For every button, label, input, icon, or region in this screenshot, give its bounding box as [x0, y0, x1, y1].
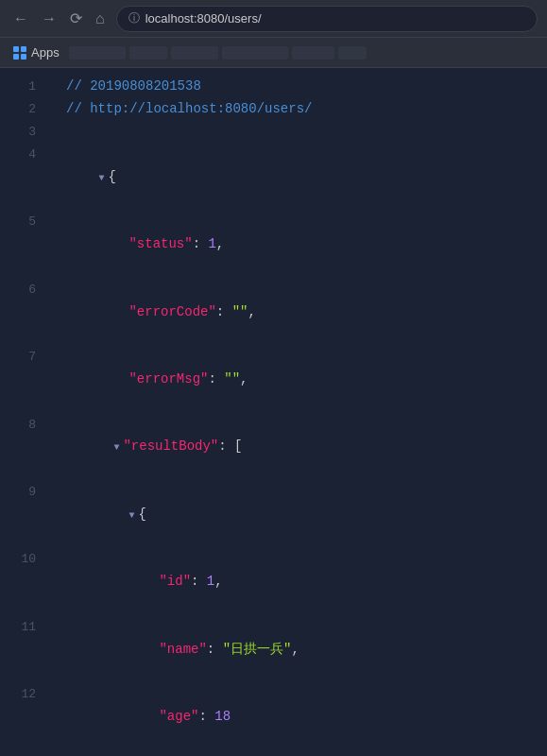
collapse-8[interactable]: ▼ — [113, 442, 119, 453]
line-2: 2 // http://localhost:8080/users/ — [0, 98, 547, 121]
line-content-2: // http://localhost:8080/users/ — [51, 98, 541, 121]
line-content-13: }, — [51, 751, 541, 756]
bookmark-3 — [171, 46, 218, 60]
line-content-4: ▼{ — [51, 144, 541, 211]
line-1: 1 // 20190808201538 — [0, 76, 547, 98]
apps-grid-icon — [13, 46, 26, 60]
line-6: 6 "errorCode": "", — [0, 279, 547, 346]
line-content-3 — [51, 121, 541, 144]
line-11: 11 "name": "日拱一兵", — [0, 616, 547, 683]
line-content-11: "name": "日拱一兵", — [51, 616, 541, 683]
line-content-8: ▼"resultBody": [ — [51, 414, 541, 481]
line-content-1: // 20190808201538 — [51, 76, 541, 98]
line-number-13: 13 — [6, 752, 36, 756]
home-button[interactable]: ⌂ — [92, 9, 109, 29]
url-text: localhost:8080/users/ — [145, 11, 262, 26]
line-7: 7 "errorMsg": "", — [0, 346, 547, 413]
bookmark-5 — [292, 46, 334, 60]
line-10: 10 "id": 1, — [0, 548, 547, 615]
line-13: 13 }, — [0, 751, 547, 756]
apps-bookmark[interactable]: Apps — [8, 43, 65, 61]
line-content-6: "errorCode": "", — [51, 279, 541, 346]
line-12: 12 "age": 18 — [0, 683, 547, 750]
back-button[interactable]: ← — [9, 9, 32, 29]
bookmark-4 — [222, 46, 288, 60]
line-content-9: ▼{ — [51, 481, 541, 548]
line-number-8: 8 — [6, 415, 36, 436]
browser-toolbar: ← → ⟳ ⌂ ⓘ localhost:8080/users/ — [0, 0, 547, 38]
collapse-4[interactable]: ▼ — [98, 173, 104, 183]
forward-button[interactable]: → — [38, 9, 60, 29]
lock-icon: ⓘ — [128, 10, 140, 26]
line-number-11: 11 — [6, 617, 36, 638]
line-number-2: 2 — [6, 99, 36, 120]
bookmark-6 — [338, 46, 367, 60]
line-number-9: 9 — [6, 482, 36, 503]
line-number-3: 3 — [6, 122, 36, 143]
line-8: 8 ▼"resultBody": [ — [0, 414, 547, 481]
address-bar[interactable]: ⓘ localhost:8080/users/ — [116, 6, 538, 32]
line-content-10: "id": 1, — [51, 548, 541, 615]
line-content-7: "errorMsg": "", — [51, 346, 541, 413]
json-viewer: 1 // 20190808201538 2 // http://localhos… — [0, 68, 547, 756]
line-number-1: 1 — [6, 77, 36, 97]
nav-buttons: ← → ⟳ ⌂ — [9, 8, 109, 29]
line-3: 3 — [0, 121, 547, 144]
line-number-6: 6 — [6, 280, 36, 301]
line-number-5: 5 — [6, 212, 36, 232]
apps-label: Apps — [31, 45, 60, 60]
reload-button[interactable]: ⟳ — [66, 8, 86, 29]
line-content-12: "age": 18 — [51, 683, 541, 750]
bookmarks-bar: Apps — [0, 38, 547, 68]
line-number-10: 10 — [6, 549, 36, 570]
line-number-4: 4 — [6, 145, 36, 165]
line-9: 9 ▼{ — [0, 481, 547, 548]
line-number-12: 12 — [6, 684, 36, 705]
line-number-7: 7 — [6, 347, 36, 368]
bookmark-2 — [129, 46, 167, 60]
bookmark-1 — [69, 46, 126, 60]
collapse-9[interactable]: ▼ — [128, 510, 134, 521]
line-content-5: "status": 1, — [51, 211, 541, 278]
line-4: 4 ▼{ — [0, 144, 547, 211]
line-5: 5 "status": 1, — [0, 211, 547, 278]
